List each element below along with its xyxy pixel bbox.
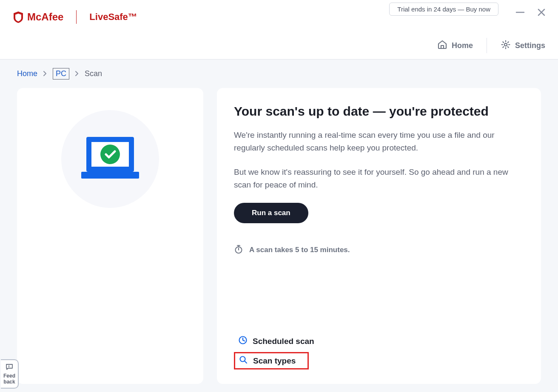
chevron-right-icon	[43, 69, 48, 78]
breadcrumb-pc[interactable]: PC	[53, 68, 69, 80]
close-button[interactable]	[537, 8, 546, 19]
scan-types-label: Scan types	[253, 356, 296, 366]
app-header: McAfee LiveSafe™ Trial ends in 24 days —…	[0, 0, 558, 60]
scheduled-scan-label: Scheduled scan	[253, 337, 314, 346]
feedback-icon	[2, 364, 17, 372]
trial-badge-button[interactable]: Trial ends in 24 days — Buy now	[389, 3, 498, 16]
svg-point-7	[100, 145, 120, 164]
minimize-button[interactable]	[515, 8, 525, 19]
nav-settings-label: Settings	[515, 41, 545, 50]
scan-types-link[interactable]: Scan types	[234, 352, 309, 369]
mcafee-logo: McAfee	[13, 11, 63, 23]
scan-time-note: A scan takes 5 to 15 minutes.	[234, 244, 524, 256]
home-icon	[437, 40, 447, 52]
panel-paragraph-1: We're instantly running a real-time scan…	[234, 129, 524, 155]
scan-panel: Your scan's up to date — you're protecte…	[217, 88, 541, 384]
trial-label: Trial ends in 24 days — Buy now	[397, 6, 490, 13]
breadcrumb: Home PC Scan	[0, 60, 558, 88]
nav-home[interactable]: Home	[437, 40, 473, 52]
svg-line-14	[245, 361, 247, 363]
brand-name: McAfee	[27, 11, 63, 23]
clock-icon	[238, 335, 248, 347]
illustration-circle	[61, 110, 159, 208]
gear-icon	[501, 40, 511, 52]
header-nav: Home Settings	[437, 38, 545, 53]
laptop-protected-icon	[76, 133, 144, 185]
panel-paragraph-2: But we know it's reassuring to see it fo…	[234, 166, 524, 192]
feedback-line1: Feed	[2, 373, 17, 379]
chevron-right-icon	[74, 69, 80, 78]
nav-divider	[487, 38, 487, 53]
logo-section: McAfee LiveSafe™	[13, 10, 137, 24]
brand-divider	[76, 10, 77, 24]
breadcrumb-current: Scan	[85, 69, 102, 78]
scheduled-scan-link[interactable]: Scheduled scan	[234, 333, 319, 349]
breadcrumb-home[interactable]: Home	[17, 69, 37, 78]
nav-home-label: Home	[452, 41, 473, 50]
svg-point-3	[504, 43, 507, 45]
search-icon	[239, 355, 248, 366]
feedback-tab[interactable]: Feed back	[1, 359, 19, 389]
main-content: Your scan's up to date — you're protecte…	[0, 88, 558, 384]
stopwatch-icon	[234, 244, 243, 256]
run-scan-button[interactable]: Run a scan	[234, 203, 308, 223]
product-name: LiveSafe™	[89, 11, 137, 23]
svg-rect-6	[81, 172, 139, 179]
illustration-panel	[17, 88, 203, 384]
window-controls	[515, 8, 546, 19]
bottom-links: Scheduled scan Scan types	[234, 333, 319, 369]
feedback-line2: back	[2, 379, 17, 385]
mcafee-shield-icon	[13, 11, 24, 23]
scan-time-text: A scan takes 5 to 15 minutes.	[249, 246, 350, 254]
nav-settings[interactable]: Settings	[501, 40, 545, 52]
panel-title: Your scan's up to date — you're protecte…	[234, 104, 524, 119]
